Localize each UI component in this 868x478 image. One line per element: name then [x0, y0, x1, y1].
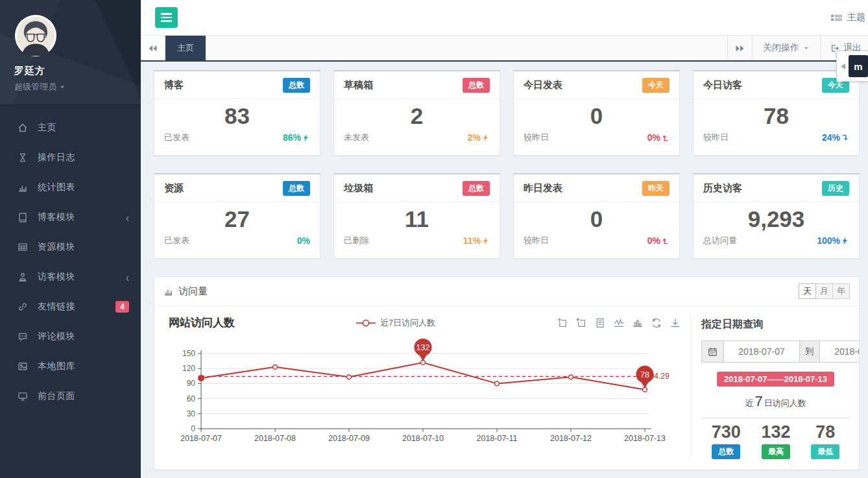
- avatar[interactable]: [14, 14, 57, 57]
- stat-card-percent: 100%: [817, 235, 849, 246]
- visitor-icon: [18, 272, 28, 282]
- query-stat-value: 78: [811, 422, 839, 442]
- svg-text:2018-07-12: 2018-07-12: [550, 434, 592, 443]
- stat-card-value: 83: [164, 102, 310, 130]
- stat-card: 博客 总数 83 已发表 86%: [154, 70, 320, 156]
- stat-card-title: 资源: [164, 182, 184, 195]
- stat-card: 今日访客 今天 78 较昨日 24%: [693, 70, 860, 156]
- stat-card-badge: 总数: [463, 181, 490, 196]
- sidebar-item-label: 博客模块: [38, 211, 126, 223]
- range-button-年[interactable]: 年: [832, 283, 850, 299]
- date-to-input[interactable]: [819, 341, 859, 363]
- stat-card-title: 博客: [164, 79, 184, 91]
- chart-title: 网站访问人数: [169, 315, 235, 330]
- data-view-icon[interactable]: [594, 317, 606, 329]
- query-subtitle: 近7日访问人数: [701, 393, 859, 410]
- level-up-icon: [661, 134, 669, 142]
- bar-chart-icon: [163, 287, 173, 296]
- sidebar-item-comments[interactable]: 评论模块 ‹: [0, 322, 141, 352]
- query-stat: 78 最低: [811, 422, 839, 459]
- range-switcher: 天月年: [799, 283, 850, 299]
- stat-cards-row-2: 资源 总数 27 已发表 0% 垃圾箱 总数 11 已删除 11%: [154, 173, 860, 259]
- bolt-icon: [481, 237, 490, 245]
- chevron-left-icon: ‹: [126, 211, 129, 224]
- sidebar-item-label: 评论模块: [38, 331, 129, 342]
- theme-button[interactable]: 主题: [830, 12, 867, 23]
- double-left-icon: [148, 45, 158, 52]
- svg-text:2018-07-07: 2018-07-07: [180, 434, 222, 443]
- sidebar-item-stats[interactable]: 统计图表 ‹: [0, 173, 141, 202]
- image-icon: [18, 361, 28, 372]
- caret-down-icon: [59, 84, 66, 90]
- line-chart-icon[interactable]: [613, 317, 625, 329]
- sidebar-item-resource[interactable]: 资源模块 ‹: [0, 232, 141, 262]
- sidebar-item-visitor[interactable]: 访客模块 ‹: [0, 262, 141, 292]
- subtitle-suffix: 日访问人数: [764, 398, 806, 408]
- user-role-dropdown[interactable]: 超级管理员: [14, 81, 141, 93]
- sidebar-item-links[interactable]: 友情链接 4 ‹: [0, 292, 141, 322]
- sidebar-toggle-button[interactable]: [155, 7, 178, 28]
- double-right-icon: [735, 45, 745, 52]
- date-from-input[interactable]: [723, 341, 800, 363]
- restore-icon[interactable]: [651, 317, 662, 329]
- stat-card-value: 11: [344, 205, 490, 233]
- stat-card-value: 78: [703, 102, 849, 130]
- bar-chart2-icon[interactable]: [632, 317, 644, 329]
- query-stat: 730 总数: [712, 422, 741, 459]
- theme-list-icon: [830, 12, 843, 23]
- sidebar-item-op-log[interactable]: 操作日志 ‹: [0, 143, 141, 173]
- sidebar-item-frontend[interactable]: 前台页面 ‹: [0, 381, 141, 411]
- notification-badge: 4: [115, 301, 129, 313]
- query-stat-badge: 最高: [762, 444, 790, 459]
- tab-home[interactable]: 主页: [165, 36, 206, 60]
- svg-text:132: 132: [416, 343, 430, 352]
- book-icon: [18, 212, 28, 222]
- sidebar-nav: 主页 ‹ 操作日志 ‹ 统计图表 ‹ 博客模块 ‹ 资源模块 ‹ 访客模块 ‹ …: [0, 105, 141, 411]
- legend-label: 近7日访问人数: [380, 317, 435, 329]
- bolt-icon: [481, 134, 490, 142]
- stat-card: 草稿箱 总数 2 未发表 2%: [333, 70, 500, 156]
- sidebar-item-label: 主页: [38, 122, 129, 134]
- svg-text:0: 0: [191, 424, 195, 433]
- stat-card-value: 0: [524, 205, 669, 233]
- close-operations-label: 关闭操作: [763, 42, 799, 54]
- range-button-天[interactable]: 天: [799, 283, 816, 299]
- close-operations-dropdown[interactable]: 关闭操作: [752, 36, 820, 60]
- query-stat-badge: 最低: [811, 444, 839, 459]
- tab-spacer: [206, 36, 727, 60]
- zoom-reset-icon[interactable]: [575, 317, 587, 329]
- top-header: 主题: [141, 0, 868, 36]
- stat-card: 垃圾箱 总数 11 已删除 11%: [333, 173, 500, 259]
- sidebar-item-label: 前台页面: [38, 390, 129, 402]
- svg-text:2018-07-13: 2018-07-13: [624, 434, 666, 443]
- edge-panel-toggle[interactable]: m: [836, 51, 868, 82]
- stat-card-value: 2: [344, 102, 490, 130]
- query-title: 指定日期查询: [701, 318, 859, 331]
- divider: [701, 418, 850, 418]
- stat-card-sublabel: 较昨日: [703, 132, 729, 143]
- stat-card-badge: 总数: [283, 181, 310, 196]
- sidebar-item-gallery[interactable]: 本地图库 ‹: [0, 352, 141, 381]
- scroll-tabs-right-button[interactable]: [727, 36, 752, 60]
- sidebar-item-blog[interactable]: 博客模块 ‹: [0, 202, 141, 232]
- edge-widget-glyph: m: [849, 55, 868, 77]
- query-stats: 730 总数 132 最高 78 最低: [701, 422, 859, 459]
- sidebar-item-home[interactable]: 主页 ‹: [0, 113, 141, 143]
- svg-text:150: 150: [182, 349, 195, 358]
- query-stat-badge: 总数: [712, 444, 740, 459]
- save-image-icon[interactable]: [669, 317, 681, 329]
- home-icon: [18, 123, 28, 133]
- zoom-select-icon[interactable]: [557, 317, 568, 329]
- caret-left-icon: [840, 63, 846, 70]
- stat-card-title: 草稿箱: [344, 79, 373, 91]
- table-icon: [18, 242, 28, 252]
- desktop-icon: [18, 391, 28, 401]
- chevron-left-icon: ‹: [126, 270, 129, 284]
- scroll-tabs-left-button[interactable]: [141, 36, 165, 60]
- stat-card-title: 昨日发表: [524, 182, 562, 195]
- level-up-icon: [661, 237, 669, 245]
- legend-item[interactable]: 近7日访问人数: [356, 317, 435, 329]
- sidebar-item-label: 访客模块: [38, 271, 126, 283]
- theme-label: 主题: [847, 12, 865, 23]
- range-button-月[interactable]: 月: [815, 283, 833, 299]
